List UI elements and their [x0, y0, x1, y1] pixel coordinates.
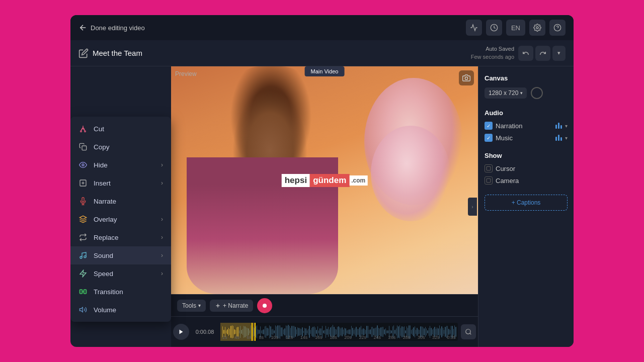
settings-icon-btn[interactable] [529, 20, 545, 36]
overlay-arrow-icon: › [161, 216, 163, 223]
bottom-area: Tools ▾ + Narrate [171, 294, 478, 347]
tools-button[interactable]: Tools ▾ [177, 300, 206, 312]
bar2 [558, 135, 559, 141]
canvas-circle-button[interactable] [531, 87, 543, 99]
header-left: Meet the Team [78, 48, 142, 58]
record-button[interactable] [257, 298, 272, 313]
svg-rect-30 [487, 178, 491, 183]
overlay-icon [78, 215, 88, 224]
history-icon-btn[interactable] [466, 20, 482, 36]
clock-icon-btn[interactable] [486, 20, 502, 36]
captions-button[interactable]: + Captions [485, 195, 568, 211]
menu-item-transition[interactable]: Transition [70, 283, 171, 301]
narrate-label: Narrate [94, 198, 116, 205]
menu-item-hide[interactable]: Hide › [70, 156, 171, 174]
autosaved-time: Few seconds ago [471, 53, 514, 61]
undo-redo-group: ▾ [518, 46, 566, 61]
insert-icon [78, 178, 88, 188]
captions-section: + Captions [485, 195, 568, 211]
header-dropdown-button[interactable]: ▾ [552, 46, 566, 61]
menu-item-speed[interactable]: Speed › [70, 264, 171, 283]
svg-point-1 [536, 27, 538, 29]
main-video-tooltip-container: Main Video [305, 66, 345, 76]
volume-label: Volume [94, 306, 116, 314]
undo-button[interactable] [518, 46, 533, 61]
narration-dropdown-icon[interactable]: ▾ [565, 123, 568, 129]
screenshot-button[interactable] [459, 70, 474, 85]
camera-checkbox-border [486, 178, 491, 183]
narration-volume-bars[interactable] [555, 123, 562, 129]
plus-icon [215, 303, 221, 309]
menu-item-copy[interactable]: Copy [70, 138, 171, 156]
menu-item-overlay[interactable]: Overlay › [70, 210, 171, 228]
play-button[interactable] [173, 324, 189, 340]
show-section: Show Cursor Camera [485, 152, 568, 185]
replace-label: Replace [94, 234, 119, 241]
audio-music: ✓ Music ▾ [485, 134, 568, 142]
menu-item-cut[interactable]: Cut [70, 120, 171, 138]
center-area: Preview Main Video [171, 66, 478, 347]
play-icon [178, 329, 184, 335]
svg-rect-29 [487, 166, 491, 170]
copy-label: Copy [94, 143, 110, 151]
timeline-row: 0:00.08 2s 4s 6s [171, 317, 478, 347]
cursor-checkbox-border [486, 166, 491, 171]
cursor-checkbox[interactable] [485, 164, 493, 172]
timeline-track[interactable]: 2s 4s 6s 8s 10s 12s 14s 16s 18s 20s 22s … [220, 323, 458, 341]
canvas-size-label: 644 x 362 [489, 89, 518, 97]
menu-item-replace[interactable]: Replace › [70, 228, 171, 246]
menu-item-insert[interactable]: Insert › [70, 174, 171, 192]
music-checkbox[interactable]: ✓ [485, 134, 493, 142]
svg-marker-14 [79, 216, 86, 219]
help-icon-btn[interactable] [549, 20, 566, 36]
replace-icon [78, 233, 88, 242]
svg-point-16 [84, 256, 86, 258]
watermark-left: hepsi [282, 174, 310, 187]
project-title: Meet the Team [93, 49, 142, 57]
back-button[interactable]: Done editing video [78, 23, 145, 32]
tools-label: Tools [182, 302, 196, 309]
captions-label: + Captions [512, 199, 541, 206]
narrate-add-button[interactable]: + Narrate [210, 300, 253, 312]
context-menu: Cut Copy Hide › [70, 117, 171, 322]
language-label: EN [511, 24, 520, 32]
narrate-icon [78, 197, 88, 206]
svg-rect-7 [82, 146, 87, 150]
preview-area: Preview Main Video [171, 66, 478, 294]
main-video-tooltip: Main Video [305, 66, 345, 76]
camera-checkbox[interactable] [485, 176, 493, 185]
toolbar-row: Tools ▾ + Narrate [171, 295, 478, 317]
menu-item-sound[interactable]: Sound › [70, 246, 171, 264]
menu-item-narrate[interactable]: Narrate [70, 192, 171, 210]
music-dropdown-icon[interactable]: ▾ [565, 135, 568, 141]
canvas-title: Canvas [485, 74, 568, 82]
redo-button[interactable] [535, 46, 550, 61]
speed-label: Speed [94, 270, 113, 278]
watermark-right: gündem [310, 174, 349, 187]
menu-item-volume[interactable]: Volume [70, 301, 171, 319]
audio-title: Audio [485, 109, 568, 117]
audio-narration: ✓ Narration ▾ [485, 122, 568, 130]
hide-icon [78, 160, 88, 169]
music-volume-bars[interactable] [555, 135, 562, 141]
narration-checkbox[interactable]: ✓ [485, 122, 493, 130]
volume-icon [78, 305, 88, 314]
cursor-label: Cursor [496, 165, 515, 172]
svg-marker-26 [180, 330, 183, 334]
bar3 [560, 125, 562, 129]
svg-point-27 [466, 329, 470, 334]
svg-marker-21 [79, 307, 83, 312]
top-bar-right: EN [466, 20, 566, 36]
language-button[interactable]: EN [506, 20, 525, 36]
canvas-size-dropdown-icon: ▾ [520, 90, 523, 96]
canvas-size-button[interactable]: 644 x 362 ▾ [485, 87, 527, 99]
header: Meet the Team Auto Saved Few seconds ago [70, 40, 574, 66]
transition-label: Transition [94, 288, 123, 296]
top-bar: Done editing video EN [70, 15, 574, 40]
preview-label: Preview [175, 70, 197, 77]
timeline-search-button[interactable] [461, 324, 476, 339]
app-window: Done editing video EN [70, 15, 574, 347]
music-label: Music [496, 134, 552, 142]
tools-dropdown-icon: ▾ [198, 303, 201, 308]
show-cursor: Cursor [485, 164, 568, 172]
